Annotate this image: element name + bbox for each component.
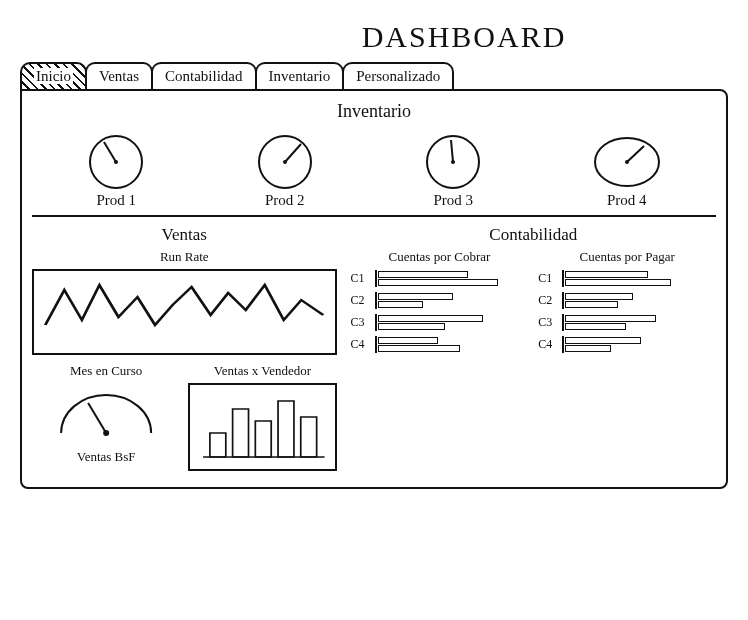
bar [378, 293, 453, 300]
gauge-icon [76, 130, 156, 190]
tab-label: Inicio [34, 68, 73, 84]
svg-line-4 [285, 144, 301, 162]
svg-point-2 [114, 160, 118, 164]
svg-point-13 [103, 430, 109, 436]
bar-group [375, 270, 529, 287]
bar-row: C2 [538, 292, 716, 309]
bar [565, 345, 610, 352]
gauge-icon [413, 130, 493, 190]
svg-rect-16 [233, 409, 249, 457]
tab-personalizado[interactable]: Personalizado [342, 62, 454, 89]
mes-en-curso-footer: Ventas BsF [32, 449, 180, 465]
inventory-gauge: Prod 2 [245, 130, 325, 209]
tab-inventario[interactable]: Inventario [255, 62, 345, 89]
gauge-label: Prod 2 [245, 192, 325, 209]
gauge-label: Prod 3 [413, 192, 493, 209]
bar-category-label: C2 [538, 293, 558, 308]
svg-line-7 [451, 140, 453, 162]
ventas-vendedor-title: Ventas x Vendedor [188, 363, 336, 379]
svg-line-10 [627, 146, 644, 162]
svg-point-11 [625, 160, 629, 164]
cuentas-cobrar-panel: Cuentas por Cobrar C1C2C3C4 [351, 249, 529, 358]
bar-category-label: C3 [538, 315, 558, 330]
tab-label: Ventas [99, 68, 139, 84]
inventory-gauge: Prod 4 [582, 130, 672, 209]
tab-bar: Inicio Ventas Contabilidad Inventario Pe… [20, 62, 728, 89]
ventas-vendedor-chart [188, 383, 336, 471]
bar [565, 323, 625, 330]
ventas-vendedor-panel: Ventas x Vendedor [188, 361, 336, 471]
run-rate-chart [32, 269, 337, 355]
mes-en-curso-title: Mes en Curso [32, 363, 180, 379]
inventory-gauge: Prod 1 [76, 130, 156, 209]
svg-line-1 [104, 142, 116, 162]
bar [378, 315, 484, 322]
bar-category-label: C4 [538, 337, 558, 352]
mes-en-curso-panel: Mes en Curso Ventas BsF [32, 361, 180, 471]
dashboard-frame: Inventario Prod 1 Prod 2 Prod [20, 89, 728, 489]
inventory-gauge: Prod 3 [413, 130, 493, 209]
tab-label: Personalizado [356, 68, 440, 84]
bar [565, 279, 671, 286]
tab-label: Inventario [269, 68, 331, 84]
svg-rect-18 [278, 401, 294, 457]
tab-inicio[interactable]: Inicio [20, 62, 87, 89]
bar-row: C3 [538, 314, 716, 331]
svg-point-8 [451, 160, 455, 164]
bar-row: C2 [351, 292, 529, 309]
gauge-label: Prod 1 [76, 192, 156, 209]
tab-ventas[interactable]: Ventas [85, 62, 153, 89]
bar-row: C3 [351, 314, 529, 331]
bar-category-label: C1 [538, 271, 558, 286]
bar [565, 271, 648, 278]
svg-rect-19 [301, 417, 317, 457]
svg-rect-15 [210, 433, 226, 457]
bar [378, 337, 438, 344]
svg-rect-17 [256, 421, 272, 457]
bar-row: C1 [538, 270, 716, 287]
bar-group [375, 314, 529, 331]
svg-point-5 [283, 160, 287, 164]
inventory-title: Inventario [32, 101, 716, 122]
bar-row: C4 [538, 336, 716, 353]
bar-group [562, 270, 716, 287]
tab-contabilidad[interactable]: Contabilidad [151, 62, 257, 89]
svg-line-12 [88, 403, 106, 433]
bar-category-label: C2 [351, 293, 371, 308]
bar [565, 301, 618, 308]
contabilidad-panel: Contabilidad Cuentas por Cobrar C1C2C3C4… [351, 225, 716, 471]
bar [378, 323, 446, 330]
bar-category-label: C1 [351, 271, 371, 286]
bar [565, 337, 640, 344]
contabilidad-title: Contabilidad [351, 225, 716, 245]
bar [565, 315, 655, 322]
bar-row: C4 [351, 336, 529, 353]
bar [378, 279, 499, 286]
ventas-panel: Ventas Run Rate Mes en Curso Ventas BsF [32, 225, 337, 471]
bar-group [562, 336, 716, 353]
bar-category-label: C4 [351, 337, 371, 352]
bar [378, 271, 468, 278]
run-rate-title: Run Rate [32, 249, 337, 265]
bar-group [562, 292, 716, 309]
gauge-icon [245, 130, 325, 190]
bar-category-label: C3 [351, 315, 371, 330]
cuentas-pagar-title: Cuentas por Pagar [538, 249, 716, 265]
tab-label: Contabilidad [165, 68, 243, 84]
cuentas-pagar-panel: Cuentas por Pagar C1C2C3C4 [538, 249, 716, 358]
bar [378, 301, 423, 308]
bar-row: C1 [351, 270, 529, 287]
ventas-title: Ventas [32, 225, 337, 245]
mes-en-curso-gauge [32, 383, 180, 443]
bar-group [562, 314, 716, 331]
gauge-icon [582, 130, 672, 190]
bar [565, 293, 633, 300]
page-title: DASHBOARD [20, 20, 728, 54]
bar [378, 345, 461, 352]
bar-group [375, 336, 529, 353]
bar-group [375, 292, 529, 309]
cuentas-cobrar-title: Cuentas por Cobrar [351, 249, 529, 265]
inventory-row: Prod 1 Prod 2 Prod 3 Prod 4 [32, 130, 716, 217]
gauge-label: Prod 4 [582, 192, 672, 209]
